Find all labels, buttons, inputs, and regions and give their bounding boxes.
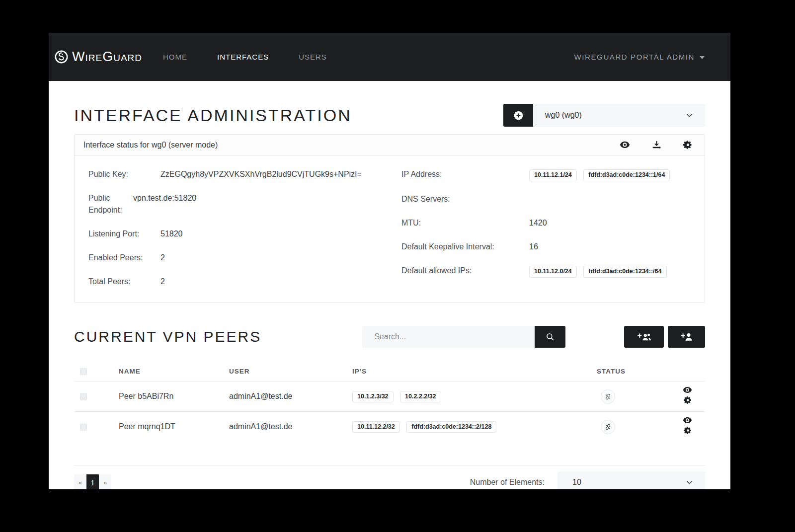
status-disconnected-icon xyxy=(601,389,615,404)
peer-name: Peer b5ABi7Rn xyxy=(119,381,229,412)
ip-badge: 10.11.12.2/32 xyxy=(352,421,400,433)
elements-per-page-group: Number of Elements: 10 xyxy=(470,471,705,489)
peer-add-buttons xyxy=(624,326,705,348)
download-config-icon[interactable] xyxy=(652,140,661,150)
eye-icon[interactable] xyxy=(683,417,692,424)
status-card-header: Interface status for wg0 (server mode) xyxy=(75,135,705,155)
app-window: WireGuard HOME INTERFACES USERS WIREGUAR… xyxy=(49,33,730,489)
interface-status-card: Interface status for wg0 (server mode) xyxy=(74,134,705,303)
user-menu-label: WIREGUARD PORTAL ADMIN xyxy=(574,53,695,61)
add-interface-button[interactable] xyxy=(503,104,533,127)
field-enabled-peers: Enabled Peers: 2 xyxy=(88,252,401,264)
field-listening-port: Listening Port: 51820 xyxy=(88,228,401,240)
ip-badge: 10.1.2.3/32 xyxy=(352,391,394,403)
row-checkbox[interactable] xyxy=(80,393,87,400)
nav-item-interfaces[interactable]: INTERFACES xyxy=(217,53,269,61)
search-group xyxy=(362,326,565,348)
column-header-status: STATUS xyxy=(597,362,666,381)
pagination-next[interactable]: » xyxy=(99,474,111,489)
footer-divider xyxy=(74,465,705,465)
peer-user: adminA1@test.de xyxy=(229,381,352,412)
column-header-ips: IP'S xyxy=(352,362,597,381)
ip-badge: fdfd:d3ad:c0de:1234::2/128 xyxy=(406,421,496,433)
chevron-down-icon xyxy=(686,112,693,119)
field-total-peers: Total Peers: 2 xyxy=(88,276,401,288)
table-header-row: NAME USER IP'S STATUS xyxy=(74,362,705,381)
peers-title: CURRENT VPN PEERS xyxy=(74,328,261,345)
status-left-column: Public Key: ZzEGQgyh8yVPZXVKSXhVrgB2lud9… xyxy=(88,168,401,288)
field-keepalive: Default Keepalive Interval: 16 xyxy=(401,241,691,253)
column-header-user: USER xyxy=(229,362,352,381)
column-header-name: NAME xyxy=(119,362,229,381)
interface-select-group: wg0 (wg0) xyxy=(503,104,705,127)
field-dns-servers: DNS Servers: xyxy=(401,193,691,205)
elements-label: Number of Elements: xyxy=(470,478,545,487)
gear-icon[interactable] xyxy=(684,396,692,404)
nav-item-home[interactable]: HOME xyxy=(163,53,187,61)
eye-icon[interactable] xyxy=(620,141,630,149)
status-card-body: Public Key: ZzEGQgyh8yVPZXVKSXhVrgB2lud9… xyxy=(75,155,705,303)
status-right-column: IP Address: 10.11.12.1/24 fdfd:d3ad:c0de… xyxy=(401,168,691,288)
search-button[interactable] xyxy=(535,326,565,348)
add-peer-button[interactable] xyxy=(668,326,705,348)
nav-item-users[interactable]: USERS xyxy=(299,53,327,61)
ip-badge: 10.11.12.1/24 xyxy=(529,169,577,181)
field-public-endpoint: Public Endpoint: vpn.test.de:51820 xyxy=(88,192,401,216)
pagination-page-1[interactable]: 1 xyxy=(86,474,99,489)
table-row: Peer b5ABi7Rn adminA1@test.de 10.1.2.3/3… xyxy=(74,381,705,412)
table-footer: « 1 » Number of Elements: 10 xyxy=(74,471,705,489)
status-card-title: Interface status for wg0 (server mode) xyxy=(83,141,218,150)
field-public-key: Public Key: ZzEGQgyh8yVPZXVKSXhVrgB2lud9… xyxy=(88,168,401,180)
peer-user: adminA1@test.de xyxy=(229,412,352,442)
brand[interactable]: WireGuard xyxy=(55,49,142,65)
eye-icon[interactable] xyxy=(683,386,692,394)
row-checkbox[interactable] xyxy=(80,424,87,431)
plus-users-icon xyxy=(636,331,651,342)
search-input[interactable] xyxy=(362,326,535,348)
brand-name: WireGuard xyxy=(72,49,142,65)
field-ip-address: IP Address: 10.11.12.1/24 fdfd:d3ad:c0de… xyxy=(401,168,691,181)
caret-down-icon xyxy=(700,56,705,59)
nav-links: HOME INTERFACES USERS xyxy=(163,53,327,61)
wireguard-logo-icon xyxy=(55,50,68,64)
interface-select-value: wg0 (wg0) xyxy=(545,111,582,120)
add-multiple-peers-button[interactable] xyxy=(624,326,664,348)
ip-badge: 10.11.12.0/24 xyxy=(529,266,577,278)
ip-badge: fdfd:d3ad:c0de:1234::/64 xyxy=(583,266,666,278)
top-navbar: WireGuard HOME INTERFACES USERS WIREGUAR… xyxy=(49,33,730,81)
pagination: « 1 » xyxy=(74,474,111,489)
status-card-actions xyxy=(620,140,697,150)
peers-header: CURRENT VPN PEERS xyxy=(74,326,705,348)
search-icon xyxy=(546,332,555,341)
peer-name: Peer mqrnq1DT xyxy=(119,412,229,442)
page-title: INTERFACE ADMINISTRATION xyxy=(74,106,352,125)
peers-table: NAME USER IP'S STATUS Peer b5ABi7Rn admi… xyxy=(74,362,705,442)
gear-icon[interactable] xyxy=(683,140,693,150)
table-row: Peer mqrnq1DT adminA1@test.de 10.11.12.2… xyxy=(74,412,705,442)
interface-select[interactable]: wg0 (wg0) xyxy=(533,104,705,127)
ip-badge: fdfd:d3ad:c0de:1234::1/64 xyxy=(583,169,670,181)
ip-badge: 10.2.2.2/32 xyxy=(400,391,441,403)
user-menu-dropdown[interactable]: WIREGUARD PORTAL ADMIN xyxy=(574,53,705,61)
plus-circle-icon xyxy=(513,110,524,121)
select-all-checkbox[interactable] xyxy=(80,368,87,375)
elements-select-value: 10 xyxy=(572,478,581,487)
page-header: INTERFACE ADMINISTRATION wg0 (wg0) xyxy=(74,104,705,127)
gear-icon[interactable] xyxy=(684,426,692,435)
field-mtu: MTU: 1420 xyxy=(401,217,691,229)
status-disconnected-icon xyxy=(601,420,615,434)
field-allowed-ips: Default allowed IPs: 10.11.12.0/24 fdfd:… xyxy=(401,265,691,278)
screen-background: WireGuard HOME INTERFACES USERS WIREGUAR… xyxy=(0,0,795,532)
pagination-prev[interactable]: « xyxy=(74,474,86,489)
chevron-down-icon xyxy=(686,479,693,486)
elements-select[interactable]: 10 xyxy=(557,471,705,489)
plus-user-icon xyxy=(680,331,693,342)
